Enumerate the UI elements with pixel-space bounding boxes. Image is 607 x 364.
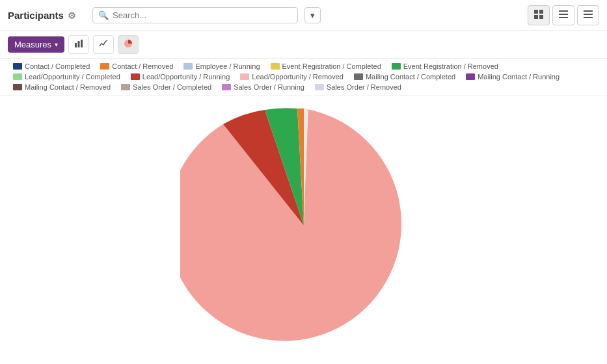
pie-chart-icon (124, 39, 133, 48)
legend-label: Sales Order / Removed (327, 83, 401, 91)
legend-color-swatch (354, 73, 363, 80)
legend-color-swatch (100, 63, 109, 70)
svg-rect-9 (584, 17, 593, 18)
legend-item: Contact / Completed (13, 62, 90, 70)
title-text: Participants (8, 10, 64, 21)
legend-item: Sales Order / Completed (121, 83, 211, 91)
measures-label: Measures (14, 40, 51, 49)
legend-label: Mailing Contact / Running (478, 73, 560, 81)
legend-label: Lead/Opportunity / Completed (25, 73, 120, 81)
legend-item: Event Registration / Removed (392, 62, 498, 70)
legend-color-swatch (13, 84, 22, 90)
page-title: Participants ⚙ (8, 10, 86, 21)
toolbar: Measures ▾ (0, 31, 607, 58)
legend-label: Event Registration / Completed (282, 62, 381, 70)
legend-color-swatch (13, 73, 22, 80)
legend-color-swatch (392, 63, 401, 70)
bar-chart-icon (74, 39, 83, 48)
legend-label: Event Registration / Removed (403, 62, 498, 70)
svg-rect-8 (584, 14, 593, 15)
legend-item: Lead/Opportunity / Completed (13, 73, 120, 81)
svg-rect-4 (559, 10, 568, 12)
svg-rect-1 (539, 10, 543, 14)
legend-item: Employee / Running (183, 62, 260, 70)
legend-item: Mailing Contact / Running (466, 73, 560, 81)
list-view-button[interactable] (552, 5, 574, 25)
legend-color-swatch (13, 63, 22, 70)
image-view-button[interactable] (528, 5, 550, 25)
svg-rect-11 (78, 41, 80, 47)
chart-legend: Contact / CompletedContact / RemovedEmpl… (0, 58, 607, 96)
search-dropdown-button[interactable]: ▾ (304, 7, 321, 23)
legend-label: Contact / Completed (25, 62, 90, 70)
view-buttons (528, 5, 599, 25)
legend-label: Mailing Contact / Removed (25, 83, 111, 91)
svg-rect-7 (584, 10, 593, 12)
measures-button[interactable]: Measures ▾ (8, 36, 64, 53)
measures-arrow-icon: ▾ (55, 41, 58, 48)
search-input[interactable] (113, 10, 292, 20)
legend-color-swatch (222, 84, 231, 90)
legend-item: Event Registration / Completed (271, 62, 381, 70)
legend-item: Lead/Opportunity / Running (131, 73, 230, 81)
legend-color-swatch (466, 73, 475, 80)
svg-rect-5 (559, 14, 568, 15)
legend-item: Mailing Contact / Removed (13, 83, 111, 91)
legend-label: Lead/Opportunity / Removed (252, 73, 344, 81)
legend-label: Employee / Running (195, 62, 260, 70)
legend-color-swatch (271, 63, 280, 70)
legend-item: Sales Order / Removed (315, 83, 401, 91)
svg-rect-12 (81, 40, 83, 47)
menu-view-button[interactable] (577, 5, 599, 25)
legend-label: Lead/Opportunity / Running (142, 73, 230, 81)
header: Participants ⚙ 🔍 ▾ (0, 0, 607, 31)
svg-rect-0 (534, 10, 538, 14)
legend-color-swatch (240, 73, 249, 80)
legend-item: Sales Order / Running (222, 83, 304, 91)
legend-color-swatch (121, 84, 130, 90)
chart-area (0, 96, 607, 356)
svg-rect-3 (539, 15, 543, 19)
svg-rect-6 (559, 17, 568, 18)
search-icon: 🔍 (98, 10, 109, 20)
legend-item: Mailing Contact / Completed (354, 73, 455, 81)
search-box: 🔍 (92, 7, 298, 23)
legend-label: Sales Order / Running (234, 83, 304, 91)
pie-chart-button[interactable] (118, 35, 139, 54)
legend-item: Contact / Removed (100, 62, 173, 70)
line-chart-button[interactable] (93, 35, 114, 54)
legend-color-swatch (183, 63, 193, 70)
legend-label: Sales Order / Completed (133, 83, 211, 91)
svg-rect-10 (75, 43, 77, 47)
legend-item: Lead/Opportunity / Removed (240, 73, 344, 81)
legend-label: Contact / Removed (112, 62, 173, 70)
legend-label: Mailing Contact / Completed (366, 73, 455, 81)
gear-icon[interactable]: ⚙ (68, 10, 76, 21)
legend-color-swatch (131, 73, 140, 80)
bar-chart-button[interactable] (68, 35, 89, 54)
pie-chart-svg (180, 102, 427, 349)
legend-color-swatch (315, 84, 324, 90)
svg-rect-2 (534, 15, 538, 19)
line-chart-icon (99, 39, 108, 48)
